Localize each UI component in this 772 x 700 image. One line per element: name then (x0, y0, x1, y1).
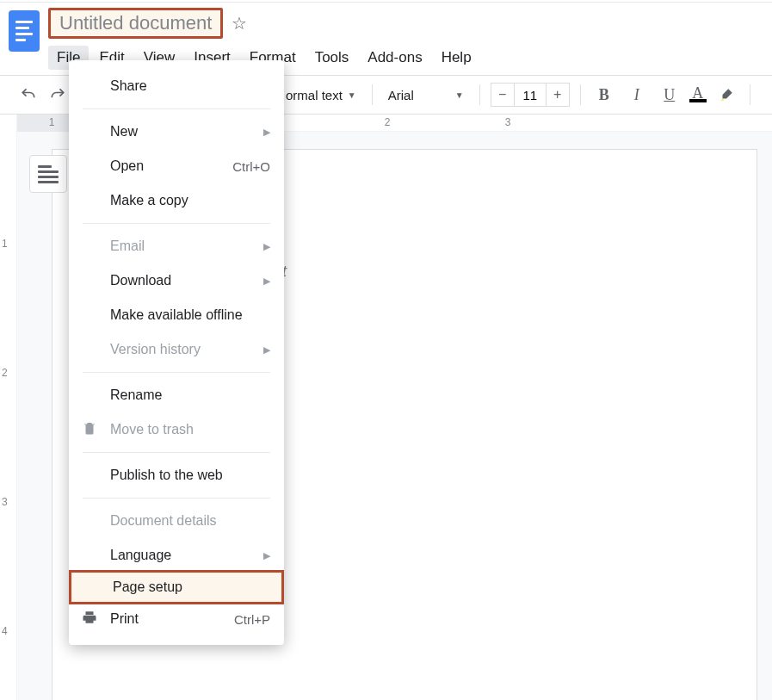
file-menu-dropdown: Share New▶ OpenCtrl+O Make a copy Email▶… (69, 60, 284, 645)
ruler-tick-label: 2 (2, 367, 8, 379)
font-size-stepper: − + (491, 83, 570, 107)
ruler-tick-label: 1 (49, 116, 55, 128)
menu-email[interactable]: Email▶ (69, 229, 284, 263)
ruler-tick-label: 3 (2, 496, 8, 508)
paragraph-style-label: ormal text (286, 88, 343, 102)
separator (580, 84, 581, 105)
menu-offline[interactable]: Make available offline (69, 298, 284, 332)
docs-logo[interactable] (7, 8, 41, 54)
menu-document-details[interactable]: Document details (69, 504, 284, 538)
redo-icon[interactable] (46, 84, 69, 106)
submenu-arrow-icon: ▶ (263, 550, 270, 561)
font-size-increase[interactable]: + (546, 83, 570, 107)
underline-button[interactable]: U (657, 82, 682, 108)
submenu-arrow-icon: ▶ (263, 344, 270, 356)
highlight-button[interactable] (713, 82, 739, 108)
trash-icon (81, 420, 98, 439)
menu-version-history[interactable]: Version history▶ (69, 332, 284, 367)
menu-print[interactable]: Print Ctrl+P (69, 602, 284, 636)
vertical-ruler[interactable]: 1 2 3 4 (0, 115, 17, 700)
italic-button[interactable]: I (624, 82, 650, 108)
bold-button[interactable]: B (591, 82, 617, 108)
shortcut-label: Ctrl+P (234, 612, 270, 627)
separator (83, 108, 270, 109)
font-size-decrease[interactable]: − (491, 83, 515, 107)
menu-share[interactable]: Share (69, 69, 284, 103)
separator (83, 498, 270, 499)
star-icon[interactable]: ☆ (232, 13, 247, 34)
separator (372, 84, 373, 105)
submenu-arrow-icon: ▶ (263, 276, 270, 287)
menu-open[interactable]: OpenCtrl+O (69, 149, 284, 183)
document-title[interactable]: Untitled document (48, 8, 223, 39)
ruler-tick-label: 1 (2, 238, 8, 250)
caret-down-icon: ▼ (455, 90, 464, 100)
shortcut-label: Ctrl+O (232, 159, 270, 174)
caret-down-icon: ▼ (348, 90, 356, 100)
font-size-input[interactable] (515, 83, 546, 107)
separator (83, 372, 270, 373)
separator (83, 223, 270, 224)
menu-publish[interactable]: Publish to the web (69, 458, 284, 492)
menu-page-setup[interactable]: Page setup (69, 570, 284, 604)
font-family-select[interactable]: Arial ▼ (383, 88, 469, 102)
menu-rename[interactable]: Rename (69, 378, 284, 412)
separator (83, 452, 270, 453)
text-color-button[interactable]: A (689, 87, 707, 102)
undo-icon[interactable] (17, 84, 40, 106)
menu-download[interactable]: Download▶ (69, 263, 284, 298)
menu-new[interactable]: New▶ (69, 115, 284, 149)
font-family-label: Arial (388, 88, 414, 102)
menu-addons[interactable]: Add-ons (359, 46, 430, 70)
menu-make-copy[interactable]: Make a copy (69, 183, 284, 218)
ruler-tick-label: 4 (2, 625, 8, 637)
separator (750, 84, 750, 105)
menu-language[interactable]: Language▶ (69, 538, 284, 573)
menu-tools[interactable]: Tools (306, 46, 358, 70)
menu-move-trash[interactable]: Move to trash (69, 412, 284, 447)
separator (479, 84, 480, 105)
submenu-arrow-icon: ▶ (263, 241, 270, 252)
submenu-arrow-icon: ▶ (263, 127, 270, 138)
paragraph-style-select[interactable]: ormal text ▼ (281, 88, 361, 102)
ruler-tick-label: 3 (505, 116, 511, 128)
outline-toggle[interactable] (29, 155, 67, 193)
menu-help[interactable]: Help (433, 46, 480, 70)
print-icon (81, 610, 98, 629)
ruler-tick-label: 2 (385, 116, 391, 128)
